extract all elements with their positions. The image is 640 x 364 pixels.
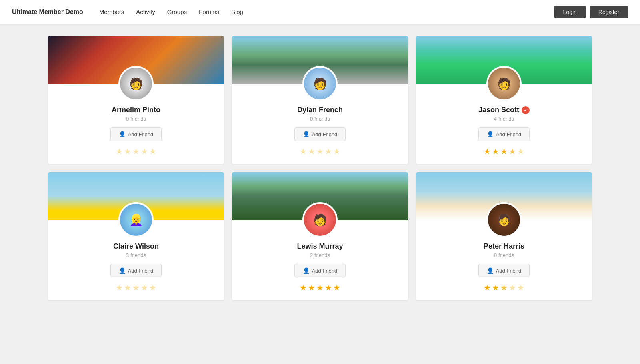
star-empty: ★ xyxy=(132,147,140,156)
member-card: 🧑 Jason Scott ✓ 4 friends 👤 Add Friend ★… xyxy=(416,36,592,164)
verified-icon: ✓ xyxy=(522,106,530,114)
member-name: Peter Harris xyxy=(424,242,584,251)
avatar-image: 🧑 xyxy=(304,68,336,99)
star-rating[interactable]: ★★★★★ xyxy=(56,283,216,292)
star-empty: ★ xyxy=(316,147,324,156)
star-empty: ★ xyxy=(124,283,131,292)
nav-groups[interactable]: Groups xyxy=(167,8,187,15)
star-empty: ★ xyxy=(149,147,156,156)
star-empty: ★ xyxy=(116,147,123,156)
person-icon: 👤 xyxy=(119,131,126,137)
star-empty: ★ xyxy=(116,283,123,292)
member-card: 🧑 Armelim Pinto 0 friends 👤 Add Friend ★… xyxy=(48,36,224,164)
avatar[interactable]: 🧑 xyxy=(486,66,522,101)
star-filled: ★ xyxy=(492,283,499,292)
add-friend-label: Add Friend xyxy=(312,268,338,274)
member-card: 🧑 Lewis Murray 2 friends 👤 Add Friend ★★… xyxy=(232,172,408,300)
card-body: 🧑 Jason Scott ✓ 4 friends 👤 Add Friend ★… xyxy=(416,66,592,164)
star-empty: ★ xyxy=(149,283,156,292)
add-friend-button[interactable]: 👤 Add Friend xyxy=(110,264,162,277)
member-card: 👱‍♀️ Claire Wilson 3 friends 👤 Add Frien… xyxy=(48,172,224,300)
add-friend-label: Add Friend xyxy=(496,131,522,137)
avatar[interactable]: 👱‍♀️ xyxy=(118,202,154,237)
star-empty: ★ xyxy=(124,147,131,156)
add-friend-button[interactable]: 👤 Add Friend xyxy=(294,264,346,277)
person-icon: 👤 xyxy=(119,267,126,274)
nav-activity[interactable]: Activity xyxy=(136,8,155,15)
login-button[interactable]: Login xyxy=(554,6,586,18)
nav-blog[interactable]: Blog xyxy=(231,8,243,15)
add-friend-label: Add Friend xyxy=(128,268,154,274)
star-empty: ★ xyxy=(325,147,332,156)
member-name-text: Peter Harris xyxy=(484,242,524,251)
person-icon: 👤 xyxy=(303,131,310,137)
star-empty: ★ xyxy=(300,147,307,156)
avatar-image: 🧑 xyxy=(120,68,152,99)
star-rating[interactable]: ★★★★★ xyxy=(424,283,584,292)
person-icon: 👤 xyxy=(487,267,494,274)
star-rating[interactable]: ★★★★★ xyxy=(240,283,400,292)
avatar[interactable]: 🧑 xyxy=(118,66,154,101)
avatar-wrapper: 🧑 xyxy=(424,66,584,101)
star-filled: ★ xyxy=(484,147,491,156)
card-body: 🧑 Peter Harris 0 friends 👤 Add Friend ★★… xyxy=(416,202,592,300)
avatar-image: 🧑 xyxy=(304,204,336,236)
member-card: 🧑 Peter Harris 0 friends 👤 Add Friend ★★… xyxy=(416,172,592,300)
avatar[interactable]: 🧑 xyxy=(486,202,522,237)
member-name-text: Jason Scott xyxy=(478,106,519,114)
friends-count: 2 friends xyxy=(240,252,400,258)
avatar-image: 👱‍♀️ xyxy=(120,204,152,236)
member-name: Lewis Murray xyxy=(240,242,400,251)
friends-count: 4 friends xyxy=(424,116,584,122)
avatar-wrapper: 🧑 xyxy=(240,66,400,101)
member-card: 🧑 Dylan French 0 friends 👤 Add Friend ★★… xyxy=(232,36,408,164)
add-friend-button[interactable]: 👤 Add Friend xyxy=(478,264,530,277)
nav-forums[interactable]: Forums xyxy=(199,8,219,15)
star-rating[interactable]: ★★★★★ xyxy=(56,147,216,156)
star-filled: ★ xyxy=(500,147,508,156)
card-body: 🧑 Lewis Murray 2 friends 👤 Add Friend ★★… xyxy=(232,202,408,300)
card-body: 🧑 Armelim Pinto 0 friends 👤 Add Friend ★… xyxy=(48,66,224,164)
add-friend-label: Add Friend xyxy=(312,131,338,137)
star-filled: ★ xyxy=(333,283,340,292)
member-name-text: Dylan French xyxy=(297,106,343,114)
star-filled: ★ xyxy=(300,283,307,292)
add-friend-button[interactable]: 👤 Add Friend xyxy=(478,127,530,141)
register-button[interactable]: Register xyxy=(590,6,628,18)
member-name: Armelim Pinto xyxy=(56,106,216,114)
avatar-wrapper: 🧑 xyxy=(424,202,584,237)
member-name: Jason Scott ✓ xyxy=(424,106,584,114)
avatar[interactable]: 🧑 xyxy=(302,202,338,237)
members-grid: 🧑 Armelim Pinto 0 friends 👤 Add Friend ★… xyxy=(48,36,592,300)
star-half: ★ xyxy=(500,283,508,292)
navbar: Ultimate Member Demo Members Activity Gr… xyxy=(0,0,640,24)
add-friend-button[interactable]: 👤 Add Friend xyxy=(110,127,162,141)
friends-count: 0 friends xyxy=(424,252,584,258)
card-body: 👱‍♀️ Claire Wilson 3 friends 👤 Add Frien… xyxy=(48,202,224,300)
star-filled: ★ xyxy=(308,283,315,292)
member-name-text: Lewis Murray xyxy=(297,242,343,251)
star-filled: ★ xyxy=(484,283,491,292)
star-empty: ★ xyxy=(141,283,148,292)
star-rating[interactable]: ★★★★★ xyxy=(240,147,400,156)
avatar-wrapper: 👱‍♀️ xyxy=(56,202,216,237)
star-rating[interactable]: ★★★★★ xyxy=(424,147,584,156)
star-empty: ★ xyxy=(517,283,524,292)
add-friend-button[interactable]: 👤 Add Friend xyxy=(294,127,346,141)
friends-count: 0 friends xyxy=(56,116,216,122)
nav-members[interactable]: Members xyxy=(99,8,124,15)
avatar-wrapper: 🧑 xyxy=(56,66,216,101)
friends-count: 3 friends xyxy=(56,252,216,258)
avatar[interactable]: 🧑 xyxy=(302,66,338,101)
star-filled: ★ xyxy=(492,147,499,156)
star-empty: ★ xyxy=(333,147,340,156)
star-filled: ★ xyxy=(316,283,324,292)
star-empty: ★ xyxy=(509,283,516,292)
person-icon: 👤 xyxy=(487,131,494,137)
avatar-image: 🧑 xyxy=(488,204,520,236)
brand-logo: Ultimate Member Demo xyxy=(12,8,83,16)
star-empty: ★ xyxy=(308,147,315,156)
star-empty: ★ xyxy=(141,147,148,156)
navbar-actions: Login Register xyxy=(554,6,628,18)
friends-count: 0 friends xyxy=(240,116,400,122)
